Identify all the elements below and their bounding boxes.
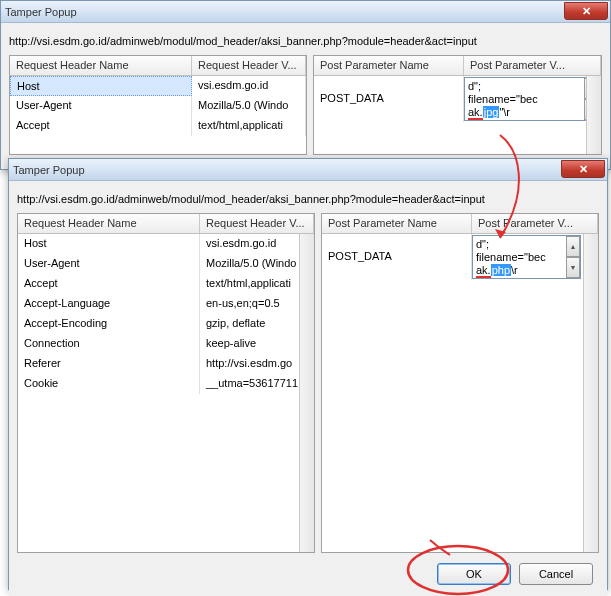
close-button[interactable]: ✕ (564, 2, 608, 20)
header-value: http://vsi.esdm.go (200, 354, 314, 374)
header-name: Host (10, 76, 192, 96)
grid-header: Post Parameter Name Post Parameter V... (322, 214, 598, 234)
table-row[interactable]: Cookie__utma=53617711. (18, 374, 314, 394)
header-value: text/html,applicati (200, 274, 314, 294)
scrollbar[interactable] (586, 76, 601, 154)
header-name: Host (18, 234, 200, 254)
header-name: Accept (18, 274, 200, 294)
header-name: User-Agent (18, 254, 200, 274)
col-header-value[interactable]: Post Parameter V... (472, 214, 598, 233)
param-name: POST_DATA (314, 76, 464, 122)
table-row[interactable]: POST_DATA d"; filename="bec ak.php\r ▲ ▼ (322, 234, 598, 280)
table-row[interactable]: Accept-Encodinggzip, deflate (18, 314, 314, 334)
header-value: gzip, deflate (200, 314, 314, 334)
header-name: Connection (18, 334, 200, 354)
header-value: Mozilla/5.0 (Windo (200, 254, 314, 274)
titlebar[interactable]: Tamper Popup ✕ (9, 159, 607, 181)
tamper-popup-window-front: Tamper Popup ✕ http://vsi.esdm.go.id/adm… (8, 158, 608, 590)
spin-down-icon[interactable]: ▼ (566, 257, 580, 278)
button-bar: OK Cancel (17, 553, 599, 591)
table-row[interactable]: POST_DATA d"; filename="bec ak.jpg"\r ▲ … (314, 76, 601, 122)
table-row[interactable]: Hostvsi.esdm.go.id (10, 76, 306, 96)
url-text: http://vsi.esdm.go.id/adminweb/modul/mod… (17, 193, 599, 205)
col-header-value[interactable]: Request Header V... (192, 56, 306, 75)
header-name: Referer (18, 354, 200, 374)
grid-header: Request Header Name Request Header V... (18, 214, 314, 234)
post-data-textarea[interactable]: d"; filename="bec ak.jpg"\r ▲ ▼ (464, 77, 599, 121)
highlighted-ext-php: php (491, 264, 511, 276)
table-row[interactable]: User-AgentMozilla/5.0 (Windo (10, 96, 306, 116)
table-row[interactable]: Refererhttp://vsi.esdm.go (18, 354, 314, 374)
post-data-textarea[interactable]: d"; filename="bec ak.php\r ▲ ▼ (472, 235, 581, 279)
header-name: User-Agent (10, 96, 192, 116)
table-row[interactable]: Accept-Languageen-us,en;q=0.5 (18, 294, 314, 314)
url-text: http://vsi.esdm.go.id/adminweb/modul/mod… (9, 35, 602, 47)
header-value: Mozilla/5.0 (Windo (192, 96, 306, 116)
close-icon: ✕ (579, 163, 588, 176)
header-name: Accept-Language (18, 294, 200, 314)
header-name: Accept-Encoding (18, 314, 200, 334)
window-title: Tamper Popup (13, 164, 85, 176)
post-params-pane: Post Parameter Name Post Parameter V... … (313, 55, 602, 155)
col-header-name[interactable]: Post Parameter Name (322, 214, 472, 233)
col-header-value[interactable]: Request Header V... (200, 214, 314, 233)
table-row[interactable]: Accepttext/html,applicati (10, 116, 306, 136)
close-icon: ✕ (582, 5, 591, 18)
highlighted-ext-jpg: jpg (483, 106, 500, 118)
ok-button[interactable]: OK (437, 563, 511, 585)
header-value: text/html,applicati (192, 116, 306, 136)
grid-header: Request Header Name Request Header V... (10, 56, 306, 76)
scrollbar[interactable] (583, 234, 598, 552)
post-params-pane: Post Parameter Name Post Parameter V... … (321, 213, 599, 553)
grid-header: Post Parameter Name Post Parameter V... (314, 56, 601, 76)
table-row[interactable]: Connectionkeep-alive (18, 334, 314, 354)
titlebar[interactable]: Tamper Popup ✕ (1, 1, 610, 23)
param-name: POST_DATA (322, 234, 472, 280)
window-title: Tamper Popup (5, 6, 77, 18)
col-header-name[interactable]: Request Header Name (10, 56, 192, 75)
header-value: vsi.esdm.go.id (192, 76, 306, 96)
col-header-value[interactable]: Post Parameter V... (464, 56, 601, 75)
spin-up-icon[interactable]: ▲ (566, 236, 580, 257)
header-value: keep-alive (200, 334, 314, 354)
header-value: vsi.esdm.go.id (200, 234, 314, 254)
table-row[interactable]: Hostvsi.esdm.go.id (18, 234, 314, 254)
header-value: __utma=53617711. (200, 374, 314, 394)
cancel-button[interactable]: Cancel (519, 563, 593, 585)
col-header-name[interactable]: Request Header Name (18, 214, 200, 233)
header-value: en-us,en;q=0.5 (200, 294, 314, 314)
header-name: Accept (10, 116, 192, 136)
scrollbar[interactable] (299, 234, 314, 552)
table-row[interactable]: Accepttext/html,applicati (18, 274, 314, 294)
table-row[interactable]: User-AgentMozilla/5.0 (Windo (18, 254, 314, 274)
request-headers-pane: Request Header Name Request Header V... … (17, 213, 315, 553)
tamper-popup-window-back: Tamper Popup ✕ http://vsi.esdm.go.id/adm… (0, 0, 611, 170)
header-name: Cookie (18, 374, 200, 394)
col-header-name[interactable]: Post Parameter Name (314, 56, 464, 75)
close-button[interactable]: ✕ (561, 160, 605, 178)
request-headers-pane: Request Header Name Request Header V... … (9, 55, 307, 155)
